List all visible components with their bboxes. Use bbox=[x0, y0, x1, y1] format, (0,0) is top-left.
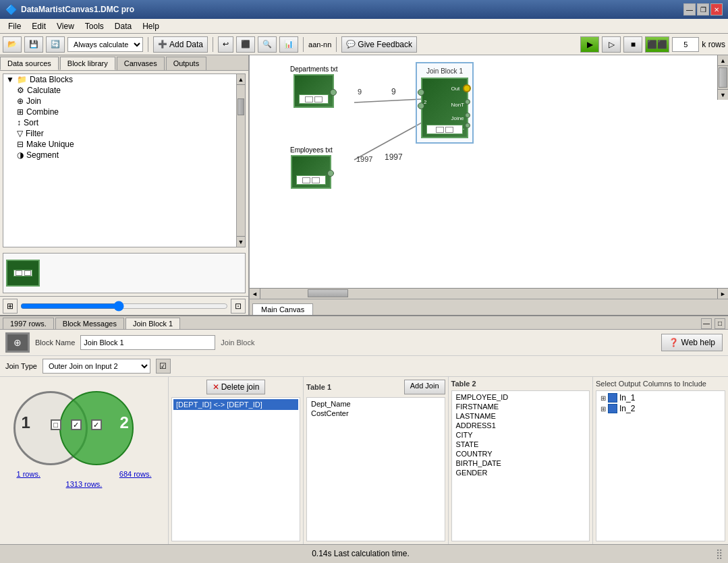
hscroll-thumb[interactable] bbox=[308, 289, 348, 297]
employees-node[interactable]: Employees txt bbox=[290, 146, 333, 189]
canvas-vscrollbar[interactable]: ▲ ▼ bbox=[717, 55, 728, 100]
vscroll-thumb[interactable] bbox=[719, 67, 727, 88]
join-block[interactable]: 2 Out NonT Joine NonT bbox=[421, 78, 468, 138]
bottom-tab-join[interactable]: Join Block 1 bbox=[125, 318, 180, 329]
stop-run-button[interactable]: ■ bbox=[623, 36, 642, 53]
menu-edit[interactable]: Edit bbox=[26, 20, 51, 32]
scroll-down-arrow[interactable]: ▼ bbox=[237, 236, 245, 247]
library-scrollbar[interactable]: ▲ ▼ bbox=[236, 73, 246, 247]
restore-button[interactable]: ❐ bbox=[697, 3, 709, 16]
venn-checkbox-3[interactable]: ✓ bbox=[91, 419, 102, 430]
vscroll-down[interactable]: ▼ bbox=[718, 89, 728, 100]
table2-field-address1[interactable]: ADDRESS1 bbox=[453, 421, 588, 430]
table2-field-gender[interactable]: GENDER bbox=[453, 468, 588, 477]
tab-block-library[interactable]: Block library bbox=[60, 57, 115, 70]
menu-file[interactable]: File bbox=[3, 20, 26, 32]
join-condition-1[interactable]: [DEPT_ID] <-> [DEPT_ID] bbox=[173, 399, 298, 410]
refresh-button[interactable]: 🔄 bbox=[46, 36, 65, 53]
tree-filter[interactable]: ▽ Filter bbox=[14, 128, 235, 139]
output-item-in2[interactable]: ⊞ In_2 bbox=[598, 403, 723, 414]
venn-rows-1-link[interactable]: 1 rows. bbox=[17, 470, 40, 478]
menu-data[interactable]: Data bbox=[109, 20, 137, 32]
menu-tools[interactable]: Tools bbox=[80, 20, 109, 32]
block-name-input[interactable] bbox=[80, 335, 215, 350]
table2-field-firstname[interactable]: FIRSTNAME bbox=[453, 402, 588, 411]
tree-make-unique[interactable]: ⊟ Make Unique bbox=[14, 139, 235, 150]
canvas-tab-main[interactable]: Main Canvas bbox=[252, 303, 313, 315]
zoom-button[interactable]: 🔍 bbox=[258, 36, 277, 53]
table2-field-emp-id[interactable]: EMPLOYEE_ID bbox=[453, 392, 588, 402]
chart-button[interactable]: 📊 bbox=[279, 36, 298, 53]
undo-button[interactable]: ↩ bbox=[218, 36, 233, 53]
run-button[interactable]: ▶ bbox=[580, 36, 599, 53]
hscroll-left[interactable]: ◄ bbox=[250, 289, 260, 299]
add-join-button[interactable]: Add Join bbox=[404, 380, 445, 394]
add-data-button[interactable]: ➕ Add Data bbox=[153, 36, 208, 53]
bottom-tab-messages[interactable]: Block Messages bbox=[55, 318, 124, 329]
output-item-in1[interactable]: ⊞ In_1 bbox=[598, 392, 723, 403]
tree-combine[interactable]: ⊞ Combine bbox=[14, 107, 235, 117]
feedback-button[interactable]: 💬 Give Feedback bbox=[341, 36, 417, 53]
bottom-tab-rows[interactable]: 1997 rows. bbox=[3, 318, 54, 329]
calculate-mode-select[interactable]: Always calculate bbox=[67, 37, 143, 52]
expand-in2-icon[interactable]: ⊞ bbox=[600, 405, 606, 413]
tab-canvases[interactable]: Canvases bbox=[117, 57, 165, 70]
venn-rows-middle-link[interactable]: 1313 rows. bbox=[66, 480, 103, 488]
restore-panel-button[interactable]: □ bbox=[715, 318, 725, 329]
venn-checkbox-2[interactable]: ✓ bbox=[71, 419, 82, 430]
zoom-fit-button[interactable]: ⊞ bbox=[3, 299, 18, 314]
join-nont1-connector[interactable] bbox=[465, 99, 470, 105]
menu-view[interactable]: View bbox=[51, 20, 80, 32]
join-nont2-connector[interactable] bbox=[465, 123, 470, 128]
close-button[interactable]: ✕ bbox=[710, 3, 723, 16]
table2-field-birth-date[interactable]: BIRTH_DATE bbox=[453, 458, 588, 468]
table1-field-cost-center[interactable]: CostCenter bbox=[308, 409, 443, 418]
expand-in1-icon[interactable]: ⊞ bbox=[600, 394, 606, 402]
table2-field-state[interactable]: STATE bbox=[453, 440, 588, 449]
tree-segment[interactable]: ◑ Segment bbox=[14, 150, 235, 160]
join-view-button[interactable]: ☑ bbox=[156, 359, 171, 374]
join-type-select[interactable]: Inner Join Outer Join on Input 1 Outer J… bbox=[43, 359, 150, 374]
join-block-selection[interactable]: Join Block 1 2 O bbox=[416, 62, 474, 144]
join-joined-connector[interactable] bbox=[465, 113, 470, 118]
join-input-2[interactable] bbox=[418, 102, 424, 109]
delete-join-button[interactable]: ✕ Delete join bbox=[206, 380, 266, 394]
minimize-button[interactable]: — bbox=[683, 3, 696, 16]
scroll-thumb[interactable] bbox=[237, 98, 244, 115]
zoom-reset-button[interactable]: ⊡ bbox=[231, 299, 246, 314]
join-input-1[interactable] bbox=[418, 89, 424, 96]
tree-calculate[interactable]: ⚙ Calculate bbox=[14, 85, 235, 96]
canvas-main[interactable]: 9 1997 Departments txt bbox=[250, 55, 728, 288]
table2-field-country[interactable]: COUNTRY bbox=[453, 449, 588, 458]
minimize-panel-button[interactable]: — bbox=[701, 318, 712, 329]
table1-field-dept-name[interactable]: Dept_Name bbox=[308, 399, 443, 409]
tree-root[interactable]: ▼ 📁 Data Blocks bbox=[3, 74, 235, 85]
menu-help[interactable]: Help bbox=[137, 20, 165, 32]
tree-join[interactable]: ⊕ Join bbox=[14, 96, 235, 107]
departments-block[interactable] bbox=[293, 74, 334, 108]
departments-output-connector[interactable] bbox=[330, 89, 337, 96]
save-button[interactable]: 💾 bbox=[24, 36, 43, 53]
table2-field-city[interactable]: CITY bbox=[453, 430, 588, 440]
stop-button[interactable]: ⬛ bbox=[236, 36, 255, 53]
tab-data-sources[interactable]: Data sources bbox=[0, 57, 59, 70]
canvas-hscrollbar[interactable]: ◄ ► bbox=[250, 288, 728, 299]
vscroll-up[interactable]: ▲ bbox=[718, 55, 728, 66]
employees-block[interactable] bbox=[291, 155, 331, 189]
web-help-button[interactable]: ❓ Web help bbox=[661, 334, 723, 351]
tab-outputs[interactable]: Outputs bbox=[166, 57, 207, 70]
preview-button[interactable]: ⬛⬛ bbox=[645, 36, 669, 53]
departments-node[interactable]: Departments txt bbox=[290, 65, 338, 108]
table2-field-lastname[interactable]: LASTNAME bbox=[453, 411, 588, 421]
scroll-up-arrow[interactable]: ▲ bbox=[237, 74, 245, 85]
employees-output-connector[interactable] bbox=[327, 170, 334, 177]
hscroll-right[interactable]: ► bbox=[717, 289, 728, 299]
zoom-slider[interactable] bbox=[20, 301, 228, 312]
venn-rows-2-link[interactable]: 684 rows. bbox=[119, 470, 152, 478]
rows-input[interactable] bbox=[672, 37, 699, 52]
open-button[interactable]: 📂 bbox=[3, 36, 22, 53]
tree-sort[interactable]: ↕ Sort bbox=[14, 117, 235, 128]
resize-grip[interactable]: ⣿ bbox=[716, 548, 723, 559]
venn-checkbox-1[interactable]: □ bbox=[51, 419, 61, 430]
run-once-button[interactable]: ▷ bbox=[602, 36, 621, 53]
